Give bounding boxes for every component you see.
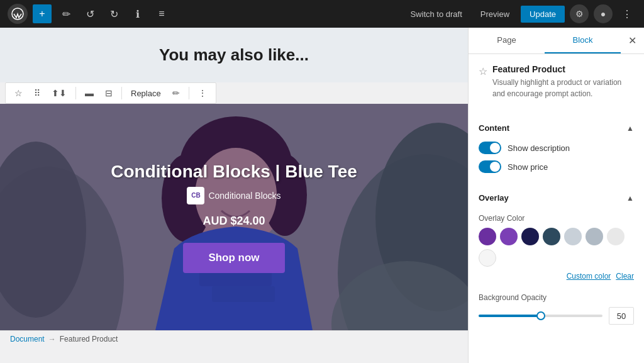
overlay-color-label: Overlay Color bbox=[479, 214, 634, 223]
close-icon: ✕ bbox=[628, 35, 636, 47]
undo-button[interactable]: ↺ bbox=[80, 4, 99, 23]
content-section-header[interactable]: Content ▲ bbox=[469, 117, 644, 139]
clear-color-button[interactable]: Clear bbox=[616, 272, 634, 281]
opacity-slider[interactable] bbox=[479, 310, 602, 322]
add-block-button[interactable]: + bbox=[33, 4, 52, 23]
star-button[interactable]: ☆ bbox=[11, 86, 26, 101]
pencil-icon: ✏ bbox=[62, 8, 70, 20]
color-swatch-very-light[interactable] bbox=[607, 228, 625, 245]
chevron-up-icon-2: ▲ bbox=[626, 194, 634, 203]
align-button[interactable]: ▬ bbox=[81, 86, 97, 101]
info-icon: ℹ bbox=[136, 8, 140, 20]
list-icon: ≡ bbox=[158, 8, 164, 20]
color-swatch-purple[interactable] bbox=[479, 228, 496, 245]
show-price-row: Show price bbox=[479, 160, 634, 173]
wp-logo[interactable] bbox=[8, 4, 28, 24]
overlay-section: Overlay ▲ Overlay Color Custom color bbox=[469, 187, 644, 332]
topbar: + ✏ ↺ ↻ ℹ ≡ Switch to draft Preview Upda… bbox=[0, 0, 644, 28]
drag-handle[interactable]: ⠿ bbox=[30, 86, 44, 101]
update-button[interactable]: Update bbox=[521, 6, 565, 23]
edit-icon-button[interactable]: ✏ bbox=[169, 86, 184, 101]
show-description-toggle[interactable] bbox=[479, 142, 501, 154]
separator-2 bbox=[121, 87, 122, 99]
color-swatches bbox=[479, 228, 634, 267]
more-block-options[interactable]: ⋮ bbox=[194, 86, 211, 101]
show-price-toggle[interactable] bbox=[479, 160, 501, 173]
featured-desc: Visually highlight a product or variatio… bbox=[492, 77, 634, 99]
product-card: Conditional Blocks | Blue Tee CB Conditi… bbox=[0, 104, 468, 330]
toggle-knob-2 bbox=[490, 162, 500, 172]
slider-track bbox=[479, 315, 602, 317]
list-view-button[interactable]: ≡ bbox=[152, 4, 171, 23]
switch-draft-button[interactable]: Switch to draft bbox=[403, 5, 469, 23]
content-section-title: Content bbox=[479, 123, 509, 133]
featured-title: Featured Product bbox=[492, 64, 634, 74]
tab-page[interactable]: Page bbox=[469, 28, 545, 53]
product-title: Conditional Blocks | Blue Tee bbox=[111, 162, 357, 182]
settings-button[interactable]: ⚙ bbox=[570, 4, 589, 23]
panel-close-button[interactable]: ✕ bbox=[621, 30, 644, 52]
replace-label[interactable]: Replace bbox=[127, 86, 165, 101]
slider-thumb[interactable] bbox=[536, 311, 545, 320]
color-swatch-medium-purple[interactable] bbox=[500, 228, 518, 245]
overlay-section-title: Overlay bbox=[479, 193, 509, 203]
block-toolbar: ☆ ⠿ ⬆⬇ ▬ ⊟ Replace ✏ ⋮ bbox=[5, 82, 216, 104]
undo-icon: ↺ bbox=[86, 8, 94, 20]
show-description-label: Show description bbox=[508, 143, 570, 153]
color-swatch-dark-teal[interactable] bbox=[543, 228, 560, 245]
plus-icon: + bbox=[39, 8, 45, 20]
logo-icon: CB bbox=[187, 187, 204, 204]
main-layout: You may also like... ☆ ⠿ ⬆⬇ ▬ ⊟ Replace … bbox=[0, 28, 644, 363]
right-panel: Page Block ✕ ☆ Featured Product Visually… bbox=[468, 28, 644, 363]
page-heading: You may also like... bbox=[25, 45, 443, 65]
panel-tab-bar: Page Block ✕ bbox=[469, 28, 644, 54]
overlay-color-section: Overlay Color Custom color Clear bbox=[469, 209, 644, 288]
plugin-icon: ● bbox=[601, 9, 606, 19]
product-logo-text: Conditional Blocks bbox=[208, 191, 280, 201]
color-action-links: Custom color Clear bbox=[479, 272, 634, 281]
opacity-row: 50 bbox=[479, 307, 634, 325]
color-swatch-light-gray[interactable] bbox=[564, 228, 582, 245]
product-price: AUD $24.00 bbox=[203, 215, 265, 228]
tab-block[interactable]: Block bbox=[545, 28, 621, 53]
opacity-value[interactable]: 50 bbox=[609, 307, 634, 325]
show-description-row: Show description bbox=[479, 142, 634, 154]
document-link[interactable]: Document bbox=[10, 335, 45, 343]
content-section-body: Show description Show price bbox=[469, 139, 644, 187]
page-title-section: You may also like... bbox=[0, 28, 468, 82]
opacity-section: Background Opacity 50 bbox=[469, 288, 644, 332]
redo-icon: ↻ bbox=[110, 8, 118, 20]
breadcrumb-arrow: → bbox=[48, 335, 56, 343]
color-swatch-near-white[interactable] bbox=[479, 249, 496, 267]
details-button[interactable]: ℹ bbox=[128, 4, 147, 23]
editor-area: You may also like... ☆ ⠿ ⬆⬇ ▬ ⊟ Replace … bbox=[0, 28, 468, 363]
shop-now-button[interactable]: Shop now bbox=[183, 243, 284, 273]
product-overlay: Conditional Blocks | Blue Tee CB Conditi… bbox=[0, 104, 468, 330]
toggle-knob bbox=[490, 143, 500, 153]
current-block-label: Featured Product bbox=[60, 335, 118, 343]
status-bar: Document → Featured Product bbox=[0, 330, 468, 347]
gear-icon: ⚙ bbox=[575, 9, 584, 19]
opacity-label: Background Opacity bbox=[479, 293, 634, 302]
color-swatch-dark-navy[interactable] bbox=[521, 228, 539, 245]
custom-color-button[interactable]: Custom color bbox=[567, 272, 611, 281]
tools-button[interactable]: ✏ bbox=[57, 4, 75, 23]
ellipsis-icon: ⋮ bbox=[622, 8, 632, 20]
separator-3 bbox=[189, 87, 189, 99]
chevron-up-icon: ▲ bbox=[626, 124, 634, 133]
product-logo: CB Conditional Blocks bbox=[187, 187, 280, 204]
redo-button[interactable]: ↻ bbox=[104, 4, 123, 23]
move-up-down-button[interactable]: ⬆⬇ bbox=[48, 86, 70, 101]
content-section: Content ▲ Show description Show price bbox=[469, 117, 644, 187]
separator-1 bbox=[75, 87, 76, 99]
full-width-button[interactable]: ⊟ bbox=[101, 86, 116, 101]
preview-button[interactable]: Preview bbox=[474, 6, 516, 23]
extensions-button[interactable]: ● bbox=[594, 4, 613, 23]
more-options-button[interactable]: ⋮ bbox=[618, 4, 636, 23]
slider-fill bbox=[479, 315, 541, 317]
overlay-section-header[interactable]: Overlay ▲ bbox=[469, 187, 644, 209]
star-icon: ☆ bbox=[479, 65, 487, 77]
show-price-label: Show price bbox=[508, 162, 548, 172]
panel-featured-info: ☆ Featured Product Visually highlight a … bbox=[469, 54, 644, 117]
color-swatch-medium-gray[interactable] bbox=[586, 228, 603, 245]
